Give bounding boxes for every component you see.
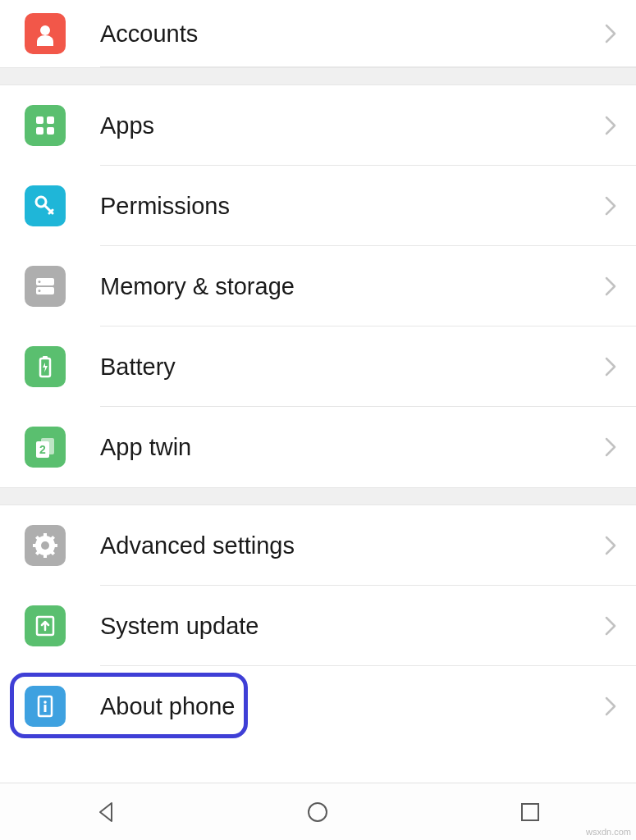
section-gap (0, 487, 636, 505)
settings-item-battery[interactable]: Battery (0, 326, 636, 407)
svg-rect-20 (53, 544, 57, 547)
storage-icon (25, 266, 66, 307)
svg-rect-28 (44, 705, 47, 712)
settings-item-permissions[interactable]: Permissions (0, 166, 636, 246)
settings-item-storage[interactable]: Memory & storage (0, 246, 636, 326)
nav-recent-button[interactable] (473, 788, 588, 837)
svg-point-0 (40, 25, 50, 35)
chevron-right-icon (605, 696, 616, 716)
svg-point-16 (41, 541, 49, 550)
svg-rect-18 (43, 553, 47, 558)
update-icon (25, 605, 66, 646)
svg-rect-1 (36, 116, 43, 124)
svg-rect-2 (47, 116, 54, 124)
divider (100, 66, 636, 67)
accounts-icon (25, 13, 66, 54)
svg-rect-4 (47, 127, 54, 135)
chevron-right-icon (605, 196, 616, 216)
chevron-right-icon (605, 616, 616, 636)
settings-item-about-phone[interactable]: About phone (0, 666, 636, 746)
svg-point-9 (39, 290, 41, 292)
nav-home-button[interactable] (260, 788, 375, 837)
gear-icon (25, 525, 66, 566)
chevron-right-icon (605, 116, 616, 135)
settings-item-label: Permissions (100, 193, 605, 220)
section-gap (0, 67, 636, 85)
chevron-right-icon (605, 437, 616, 457)
permissions-icon (25, 185, 66, 226)
settings-item-advanced[interactable]: Advanced settings (0, 505, 636, 586)
svg-rect-30 (522, 804, 538, 820)
settings-item-system-update[interactable]: System update (0, 586, 636, 666)
svg-rect-11 (43, 356, 48, 358)
settings-item-label: Advanced settings (100, 532, 605, 559)
settings-item-label: Battery (100, 354, 605, 381)
chevron-right-icon (605, 276, 616, 296)
apps-icon (25, 105, 66, 146)
info-icon (25, 686, 66, 727)
settings-list: Accounts Apps Permissions (0, 0, 636, 783)
settings-item-label: App twin (100, 434, 605, 461)
battery-icon (25, 346, 66, 387)
chevron-right-icon (605, 357, 616, 377)
svg-rect-19 (33, 544, 38, 547)
settings-item-accounts[interactable]: Accounts (0, 0, 636, 67)
watermark: wsxdn.com (586, 827, 631, 837)
navigation-bar (0, 783, 636, 840)
chevron-right-icon (605, 24, 616, 43)
nav-back-button[interactable] (48, 788, 163, 837)
settings-item-label: System update (100, 613, 605, 640)
svg-point-27 (43, 701, 47, 704)
settings-item-label: Memory & storage (100, 273, 605, 300)
settings-item-apps[interactable]: Apps (0, 85, 636, 166)
settings-item-label: Accounts (100, 21, 605, 48)
settings-screen: Accounts Apps Permissions (0, 0, 636, 840)
svg-point-8 (39, 281, 41, 283)
svg-text:2: 2 (39, 443, 46, 456)
chevron-right-icon (605, 536, 616, 555)
app-twin-icon: 2 (25, 427, 66, 468)
svg-point-29 (309, 803, 327, 821)
svg-rect-3 (36, 127, 43, 135)
svg-rect-17 (43, 533, 47, 538)
settings-item-app-twin[interactable]: 2 App twin (0, 407, 636, 487)
settings-item-label: About phone (100, 693, 605, 720)
settings-item-label: Apps (100, 112, 605, 139)
